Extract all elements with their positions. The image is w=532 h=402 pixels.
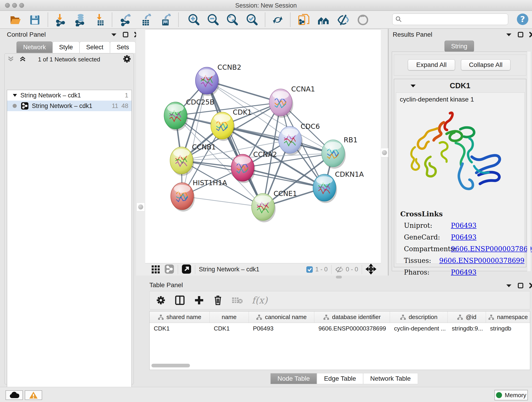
crosslinks-heading: CrossLinks [400, 210, 525, 218]
node-HIST1H1A[interactable]: HIST1H1A [171, 179, 227, 211]
column-header-shared-name[interactable]: shared name [150, 312, 210, 323]
open-file-icon[interactable] [9, 13, 22, 26]
maximize-panel-icon[interactable] [518, 283, 523, 288]
edge-count: 48 [121, 102, 128, 109]
collapse-all-button[interactable]: Collapse All [461, 59, 510, 70]
node-CCNA1[interactable]: CCNA1 [269, 85, 315, 118]
zoom-fit-icon[interactable] [226, 13, 239, 26]
maximize-panel-icon[interactable] [518, 32, 523, 37]
column-header--id[interactable]: @id [448, 312, 486, 323]
crosslink-label: Uniprot: [404, 222, 451, 230]
birdseye-grid-icon[interactable] [151, 264, 160, 274]
network-canvas[interactable]: CCNB2CCNA1CDC25BCDK1CDC6RB1CCNB1CCNA2CDK… [145, 30, 381, 263]
tab-edge-table[interactable]: Edge Table [317, 373, 363, 384]
crosslink-link[interactable]: P06493 [451, 222, 476, 230]
node-CCNB2[interactable]: CCNB2 [196, 63, 241, 96]
collapse-arrow-icon[interactable] [13, 94, 17, 97]
import-network-from-database-icon[interactable] [74, 13, 87, 26]
column-header-namespace[interactable]: namespace [486, 312, 530, 323]
column-header-database-identifier[interactable]: database identifier [314, 312, 390, 323]
shared-column-icon [323, 314, 329, 320]
cell-namespace[interactable]: stringdb [486, 325, 530, 332]
node-CDK1[interactable]: CDK1 [211, 108, 252, 141]
delete-column-icon[interactable] [213, 295, 222, 306]
tab-network-table[interactable]: Network Table [363, 373, 418, 384]
warnings-button[interactable] [25, 390, 42, 400]
crosslink-link[interactable]: P06493 [451, 233, 476, 241]
zoom-selected-icon[interactable] [246, 13, 259, 26]
tab-sets[interactable]: Sets [110, 41, 136, 53]
tab-select[interactable]: Select [80, 41, 110, 53]
network-options-gear-icon[interactable] [123, 55, 131, 64]
hide-selected-icon[interactable] [337, 13, 350, 26]
import-network-icon[interactable] [55, 13, 67, 26]
crosslink-link[interactable]: 9606.ENSP00000378699 [439, 257, 525, 264]
table-horizontal-scrollbar[interactable] [152, 364, 190, 367]
cell-shared-name[interactable]: CDK1 [150, 325, 210, 332]
selected-checkbox-icon[interactable] [306, 266, 313, 273]
table-row[interactable]: CDK1CDK1P064939606.ENSP00000378699cyclin… [150, 323, 530, 334]
network-row-selected[interactable]: String Network – cdk1 11 48 [7, 101, 132, 111]
memory-button[interactable]: Memory [494, 390, 528, 400]
node-result-header[interactable]: CDK1 [394, 79, 526, 92]
crosslink-row: Uniprot:P06493 [404, 222, 525, 230]
column-header-name[interactable]: name [210, 312, 249, 323]
column-header-description[interactable]: description [390, 312, 448, 323]
close-panel-icon[interactable] [529, 32, 532, 37]
export-table-icon[interactable] [140, 13, 152, 26]
right-splitter-knob[interactable] [381, 148, 388, 157]
left-splitter[interactable] [136, 29, 145, 275]
save-session-icon[interactable] [28, 13, 41, 26]
column-header-canonical-name[interactable]: canonical name [249, 312, 314, 323]
cloud-services-button[interactable] [6, 390, 23, 400]
tab-network[interactable]: Network [17, 41, 52, 53]
float-panel-icon[interactable] [111, 32, 117, 37]
cell-canonical-name[interactable]: P06493 [249, 325, 314, 332]
crosslink-link[interactable]: 9606.ENSP00000378699 [451, 245, 532, 253]
first-neighbors-icon[interactable] [317, 13, 330, 26]
cell--id[interactable]: stringdb:9... [448, 325, 486, 332]
tab-style[interactable]: Style [52, 41, 80, 53]
node-table[interactable]: shared namenamecanonical namedatabase id… [149, 311, 530, 370]
detach-view-icon[interactable] [182, 264, 191, 275]
node-CCNE1[interactable]: CCNE1 [252, 190, 297, 222]
zoom-in-icon[interactable] [187, 13, 200, 26]
table-options-gear-icon[interactable] [156, 295, 166, 305]
left-splitter-knob[interactable] [137, 203, 145, 211]
cell-name[interactable]: CDK1 [210, 325, 249, 332]
maximize-panel-icon[interactable] [123, 32, 128, 37]
pan-tool-icon[interactable] [366, 264, 376, 275]
import-table-icon[interactable] [94, 13, 107, 26]
show-all-icon[interactable] [356, 13, 369, 26]
right-splitter[interactable] [381, 29, 389, 275]
collapse-entry-icon[interactable] [410, 84, 416, 88]
tab-node-table[interactable]: Node Table [270, 373, 317, 384]
network-overview-icon[interactable] [165, 264, 174, 275]
control-panel: Control Panel NetworkStyleSelectSets 1 o… [3, 29, 136, 386]
float-panel-icon[interactable] [506, 283, 512, 288]
show-columns-icon[interactable] [175, 295, 185, 305]
close-panel-icon[interactable] [529, 283, 532, 288]
create-column-icon[interactable] [194, 295, 204, 305]
node-CDC6[interactable]: CDC6 [279, 122, 320, 155]
search-input[interactable] [402, 16, 503, 23]
cell-description[interactable]: cyclin-dependent ... [390, 325, 448, 332]
duplicate-network-icon[interactable] [298, 13, 310, 26]
apply-layout-icon[interactable] [271, 13, 284, 26]
crosslink-link[interactable]: P06493 [451, 268, 476, 276]
export-network-icon[interactable] [120, 13, 133, 26]
expand-all-button[interactable]: Expand All [408, 59, 455, 70]
function-builder-icon: f(x) [252, 295, 268, 306]
cell-database-identifier[interactable]: 9606.ENSP00000378699 [314, 325, 390, 332]
search-box [392, 13, 508, 25]
tab-string[interactable]: String [444, 41, 474, 52]
node-RB1[interactable]: RB1 [322, 136, 358, 169]
zoom-out-icon[interactable] [207, 13, 220, 26]
float-panel-icon[interactable] [506, 32, 512, 37]
results-scrollbar[interactable] [527, 51, 531, 271]
export-image-icon[interactable] [159, 13, 172, 26]
network-collection-row[interactable]: String Network – cdk1 1 [7, 90, 132, 101]
help-button[interactable]: ? [516, 13, 529, 26]
node-CDKN1A[interactable]: CDKN1A [313, 170, 364, 203]
node-label-CDKN1A: CDKN1A [335, 170, 364, 178]
